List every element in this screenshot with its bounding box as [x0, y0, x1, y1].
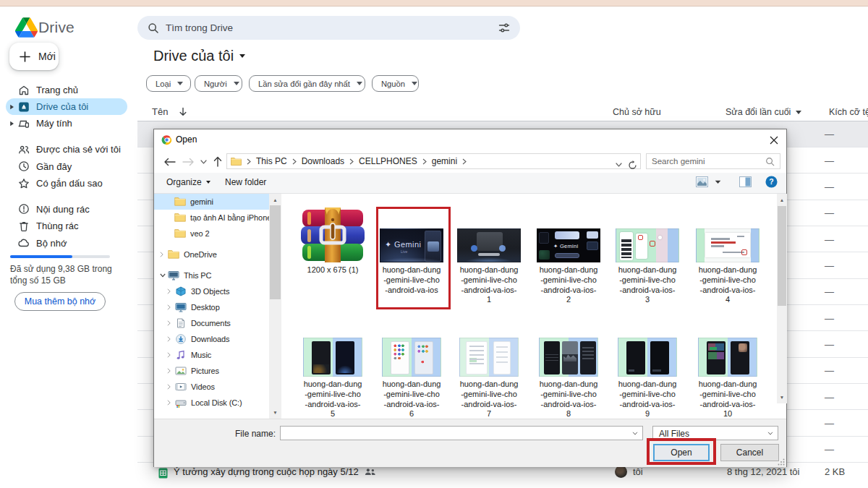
file-item[interactable]: huong-dan-dung-gemini-live-cho-android-v… [451, 207, 527, 305]
file-item[interactable]: huong-dan-dung-gemini-live-cho-android-v… [451, 336, 527, 419]
recent-locations-icon[interactable] [197, 150, 209, 173]
sort-descending-icon[interactable] [179, 107, 187, 116]
page-title[interactable]: Drive của tôi [153, 48, 245, 64]
file-item[interactable]: huong-dan-dung-gemini-live-cho-android-v… [531, 336, 606, 419]
tree-item-veo-2[interactable]: veo 2 [154, 226, 269, 241]
expand-arrow-icon[interactable] [6, 104, 18, 110]
tree-expander-icon[interactable] [167, 288, 175, 294]
breadcrumb-item[interactable]: CELLPHONES [359, 156, 417, 166]
view-options-caret-icon[interactable] [715, 180, 721, 184]
file-item[interactable]: huong-dan-dung-gemini-live-cho-android-v… [610, 207, 685, 305]
column-header-modified[interactable]: Sửa đổi lần cuối [726, 107, 801, 117]
dialog-search-icon[interactable] [765, 157, 775, 166]
new-folder-button[interactable]: New folder [225, 177, 266, 187]
file-size-empty: — [825, 418, 834, 429]
tree-expander-icon[interactable] [167, 304, 175, 310]
back-icon[interactable] [161, 150, 177, 173]
up-icon[interactable] [210, 150, 225, 173]
sidebar-item-clock[interactable]: Gần đây [6, 158, 127, 175]
tree-expander-icon[interactable] [167, 352, 175, 358]
tree-scrollbar-thumb[interactable] [270, 205, 281, 299]
tree-expander-icon[interactable] [167, 384, 175, 390]
file-name[interactable]: Ý tưởng xây dựng trong cuộc họp ngày 5/1… [174, 466, 376, 477]
sidebar-item-computer[interactable]: Máy tính [6, 115, 127, 132]
cancel-button[interactable]: Cancel [720, 444, 779, 461]
filter-chip[interactable]: Lần sửa đổi gần đây nhất [249, 75, 365, 92]
tree-item-documents[interactable]: Documents [154, 315, 269, 331]
search-icon[interactable] [148, 22, 159, 34]
file-item[interactable]: huong-dan-dung-gemini-live-cho-android-v… [374, 336, 449, 419]
file-name-dropdown-icon[interactable] [630, 429, 640, 438]
file-thumbnail [303, 338, 362, 377]
tree-expander-icon[interactable] [167, 368, 175, 374]
tree-item-3d-objects[interactable]: 3D Objects [154, 283, 269, 299]
file-item[interactable]: ✦ Geminihuong-dan-dung-gemini-live-cho-a… [531, 207, 606, 305]
sidebar-item-shared[interactable]: Được chia sẻ với tôi [6, 141, 127, 158]
scroll-down-icon[interactable]: ▼ [777, 393, 787, 402]
tree-item-music[interactable]: Music [154, 347, 269, 363]
column-header-size[interactable]: Kích cỡ tệp [829, 107, 868, 117]
tree-item-pictures[interactable]: Pictures [154, 363, 269, 379]
dialog-search-box[interactable]: Search gemini [646, 153, 780, 169]
breadcrumb-item[interactable]: Downloads [302, 156, 344, 166]
filter-chip[interactable]: Người [195, 75, 242, 92]
file-item[interactable]: huong-dan-dung-gemini-live-cho-android-v… [690, 336, 765, 419]
scroll-down-icon[interactable]: ▼ [269, 408, 281, 417]
sidebar-item-star[interactable]: Có gắn dấu sao [6, 175, 127, 192]
refresh-icon[interactable] [628, 160, 637, 170]
forward-icon[interactable] [180, 150, 196, 173]
breadcrumb-item[interactable]: This PC [256, 156, 287, 166]
file-item[interactable]: huong-dan-dung-gemini-live-cho-android-v… [690, 207, 765, 305]
file-item[interactable]: huong-dan-dung-gemini-live-cho-android-v… [610, 336, 685, 419]
resize-grip[interactable] [778, 458, 785, 466]
buy-storage-button[interactable]: Mua thêm bộ nhớ [14, 292, 106, 311]
sidebar-item-trash[interactable]: Thùng rác [6, 218, 127, 234]
drive-logo-icon[interactable] [15, 17, 38, 38]
tree-expander-icon[interactable] [167, 400, 175, 406]
sidebar-item-mydrive[interactable]: Drive của tôi [6, 98, 127, 115]
file-name-input[interactable] [280, 426, 643, 440]
filter-chip[interactable]: Nguồn [372, 75, 419, 92]
organize-button[interactable]: Organize [166, 177, 210, 187]
preview-pane-icon[interactable] [739, 176, 752, 187]
tree-item-local-disk-c-[interactable]: Local Disk (C:) [154, 395, 269, 411]
scroll-up-icon[interactable]: ▲ [269, 195, 281, 205]
tree-item-this-pc[interactable]: This PC [154, 267, 269, 283]
breadcrumb-item[interactable]: gemini [432, 156, 457, 166]
column-header-name[interactable]: Tên [152, 106, 187, 117]
decor-div: huong-dan-dung [690, 380, 765, 390]
tree-item-gemini[interactable]: gemini [154, 194, 269, 210]
expand-arrow-icon[interactable] [6, 121, 18, 127]
tree-item-desktop[interactable]: Desktop [154, 299, 269, 315]
column-header-owner[interactable]: Chủ sở hữu [613, 107, 661, 117]
decor-div: huong-dan-dung [531, 265, 606, 275]
new-button[interactable]: Mới [9, 43, 59, 70]
file-item[interactable]: 868 x 488 (1) [295, 207, 370, 275]
sidebar-item-spam[interactable]: Nội dung rác [6, 201, 127, 218]
tree-expander-icon[interactable] [160, 252, 168, 257]
sidebar-item-home[interactable]: Trang chủ [6, 82, 127, 98]
tree-item-videos[interactable]: Videos [154, 379, 269, 395]
tree-expander-icon[interactable] [167, 320, 175, 326]
filter-chip[interactable]: Loại [146, 75, 191, 92]
decor-div: 2 [531, 295, 606, 305]
address-bar[interactable]: This PCDownloadsCELLPHONESgemini [226, 153, 641, 169]
tree-item-downloads[interactable]: Downloads [154, 331, 269, 347]
drive-search-bar[interactable]: Tìm trong Drive [137, 16, 520, 40]
tree-expander-icon[interactable] [160, 273, 168, 278]
file-list-scrollbar-thumb[interactable] [778, 206, 786, 306]
tree-scrollbar[interactable]: ▲ ▼ [269, 194, 281, 419]
sidebar-item-cloud[interactable]: Bộ nhớ [6, 235, 127, 252]
file-list-scrollbar[interactable]: ▲ ▼ [777, 194, 787, 403]
tree-item-onedrive[interactable]: OneDrive [154, 247, 269, 262]
tree-expander-icon[interactable] [167, 336, 175, 342]
tune-icon[interactable] [498, 22, 510, 34]
close-icon[interactable] [767, 134, 780, 147]
scroll-up-icon[interactable]: ▲ [777, 195, 787, 205]
help-icon[interactable]: ? [765, 176, 778, 188]
file-item[interactable]: huong-dan-dung-gemini-live-cho-android-v… [295, 336, 370, 419]
tree-item-t-o-nh-ai-b-ng-iphone[interactable]: tạo ảnh AI bằng iPhone [154, 210, 269, 226]
dialog-titlebar[interactable]: Open [154, 129, 786, 150]
view-thumbnails-icon[interactable] [696, 176, 708, 187]
address-dropdown-icon[interactable] [616, 163, 622, 167]
